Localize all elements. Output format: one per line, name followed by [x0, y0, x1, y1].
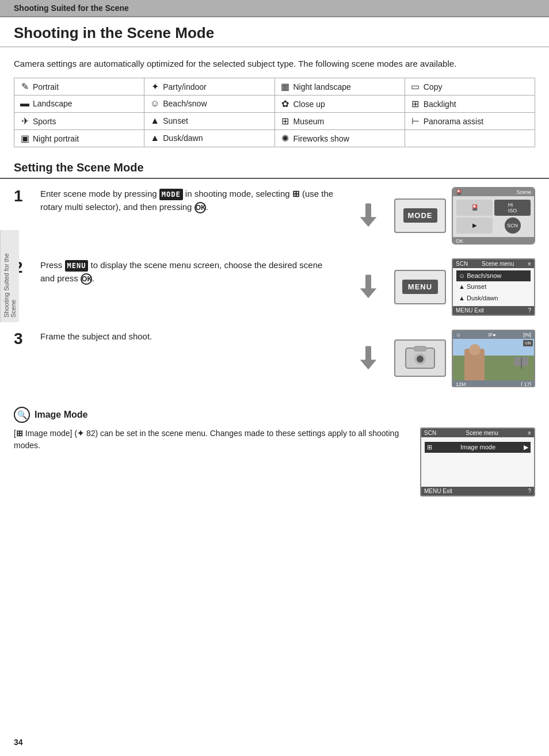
side-label: Shooting Suited for the Scene [0, 230, 19, 322]
step-3-content: Frame the subject and shoot. [40, 330, 339, 343]
table-cell: ▦Night landscape [274, 78, 405, 95]
ok-button: OK [195, 202, 206, 213]
table-cell: ▭Copy [405, 78, 535, 95]
shoot-button-image [394, 339, 446, 377]
svg-rect-2 [365, 274, 371, 289]
person-head [469, 344, 481, 356]
table-cell: ⊞Museum [274, 112, 405, 129]
image-mode-exit-label: MENU Exit [424, 488, 452, 494]
step-3-number: 3 [14, 331, 31, 347]
person-silhouette [464, 349, 485, 380]
image-mode-menu-item: ⊞ Image mode ▶ [425, 442, 531, 453]
mode-button-label: MODE [403, 208, 437, 223]
image-mode-screen: SCN Scene menu ≡ ⊞ Image mode ▶ MENU Exi… [420, 427, 535, 497]
image-mode-icon: 🔍 [14, 407, 30, 423]
step-3-images: ☺ IF● [IN] VR [348, 330, 535, 387]
cam-icon-3: ▶ [456, 217, 493, 234]
page-number: 34 [14, 738, 23, 747]
table-cell: ⊢Panorama assist [405, 112, 535, 129]
fireworks-icon: ✺ [280, 133, 291, 144]
viewfinder-bottom-bar: 12M [ 17] [453, 380, 534, 387]
table-cell [405, 129, 535, 147]
vr-badge: VR [523, 340, 533, 346]
cam-icon-2: HiISO [494, 200, 531, 216]
scene-icon-inline: ⊞ [292, 189, 300, 198]
down-arrow [348, 198, 388, 233]
boat-silhouette [514, 357, 528, 369]
closeup-icon: ✿ [280, 98, 291, 109]
portrait-icon: ✎ [19, 81, 30, 92]
image-mode-item-arrow: ▶ [524, 442, 528, 453]
cam-mode-indicator: 🎴 [456, 189, 462, 195]
scene-menu-footer: MENU Exit ? [453, 306, 534, 315]
image-mode-item-label: Image mode [460, 442, 495, 453]
scene-menu-screen: SCN Scene menu ≡ ☺ Beach/snow ▲ Sunset ▲… [452, 258, 535, 316]
landscape-icon: ▬ [19, 98, 30, 109]
image-mode-title: Image Mode [35, 410, 87, 420]
steps-container: 1 Enter scene mode by pressing MODE in s… [0, 187, 549, 387]
table-cell: ✎Portrait [14, 78, 144, 95]
svg-point-9 [417, 356, 424, 362]
step-2: 2 Press MENU to display the scene menu s… [14, 258, 535, 316]
backlight-icon: ⊞ [410, 98, 421, 109]
night-portrait-icon: ▣ [19, 133, 30, 144]
menu-exit-label: MENU Exit [456, 307, 484, 314]
scene-menu-title: Scene menu [482, 261, 514, 267]
step-2-content: Press MENU to display the scene menu scr… [40, 258, 339, 285]
copy-icon: ▭ [410, 81, 421, 92]
step-2-images: MENU SCN Scene menu ≡ ☺ Beach/snow ▲ Sun… [348, 258, 535, 316]
scene-menu-nav: ≡ [528, 261, 531, 267]
down-arrow-2 [348, 270, 388, 304]
scene-menu-icon: SCN [456, 261, 468, 267]
scene-selector-screen: 🎴 Scene 🎴 HiISO ▶ SCN OK [452, 187, 535, 245]
step-1: 1 Enter scene mode by pressing MODE in s… [14, 187, 535, 245]
step-1-images: MODE 🎴 Scene 🎴 HiISO ▶ SCN OK [348, 187, 535, 245]
table-cell: ▬Landscape [14, 95, 144, 112]
intro-text: Camera settings are automatically optimi… [0, 53, 549, 78]
table-cell: ▲Sunset [144, 112, 274, 129]
dusk-icon: ▲ [149, 133, 161, 143]
panorama-icon: ⊢ [410, 116, 421, 127]
image-mode-ref-icon: ⊞ [16, 429, 23, 438]
svg-marker-3 [360, 288, 377, 298]
menu-item-beach: ☺ Beach/snow [456, 270, 531, 282]
table-cell: ✈Sports [14, 112, 144, 129]
header-title: Shooting Suited for the Scene [14, 3, 129, 13]
cam-icon-1: 🎴 [456, 200, 493, 216]
shot-count: [ 17] [521, 381, 531, 387]
scene-menu-header: SCN Scene menu ≡ [453, 259, 534, 268]
cam-scene-label: Scene [516, 189, 531, 195]
mode-key: MODE [159, 189, 183, 201]
mode-button-image: MODE [394, 198, 446, 233]
viewfinder-scene-icon: ☺ [456, 332, 461, 338]
beach-icon: ☺ [149, 98, 161, 109]
image-mode-item-icon: ⊞ [427, 442, 432, 453]
step-1-content: Enter scene mode by pressing MODE in sho… [40, 187, 339, 214]
table-cell: ⊞Backlight [405, 95, 535, 112]
menu-help-icon: ? [528, 307, 531, 314]
party-icon: ✦ [149, 81, 161, 92]
table-cell: ▲Dusk/dawn [144, 129, 274, 147]
image-mode-text: [⊞ Image mode] (✦ 82) can be set in the … [14, 427, 411, 452]
svg-rect-0 [365, 203, 371, 217]
menu-key: MENU [65, 260, 89, 272]
night-landscape-icon: ▦ [280, 81, 291, 92]
down-arrow-3 [348, 341, 388, 376]
image-mode-section: 🔍 Image Mode [⊞ Image mode] (✦ 82) can b… [14, 401, 535, 497]
viewfinder-top-bar: ☺ IF● [IN] [453, 331, 534, 339]
image-mode-screen-container: SCN Scene menu ≡ ⊞ Image mode ▶ MENU Exi… [420, 427, 535, 497]
menu-item-dusk: ▲ Dusk/dawn [456, 293, 531, 304]
museum-icon: ⊞ [280, 116, 291, 127]
svg-marker-5 [360, 360, 377, 369]
table-cell: ▣Night portrait [14, 129, 144, 147]
table-row: ✎Portrait ✦Party/indoor ▦Night landscape… [14, 78, 535, 95]
step-3: 3 Frame the subject and shoot. [14, 330, 535, 387]
sunset-icon: ▲ [149, 116, 161, 126]
image-mode-screen-body: ⊞ Image mode ▶ [421, 437, 534, 458]
table-cell: ✺Fireworks show [274, 129, 405, 147]
header-bar: Shooting Suited for the Scene [0, 0, 549, 17]
viewfinder-focus: IF● [488, 332, 495, 338]
cam-footer: OK [453, 237, 534, 245]
table-cell: ✿Close up [274, 95, 405, 112]
table-cell: ✦Party/indoor [144, 78, 274, 95]
